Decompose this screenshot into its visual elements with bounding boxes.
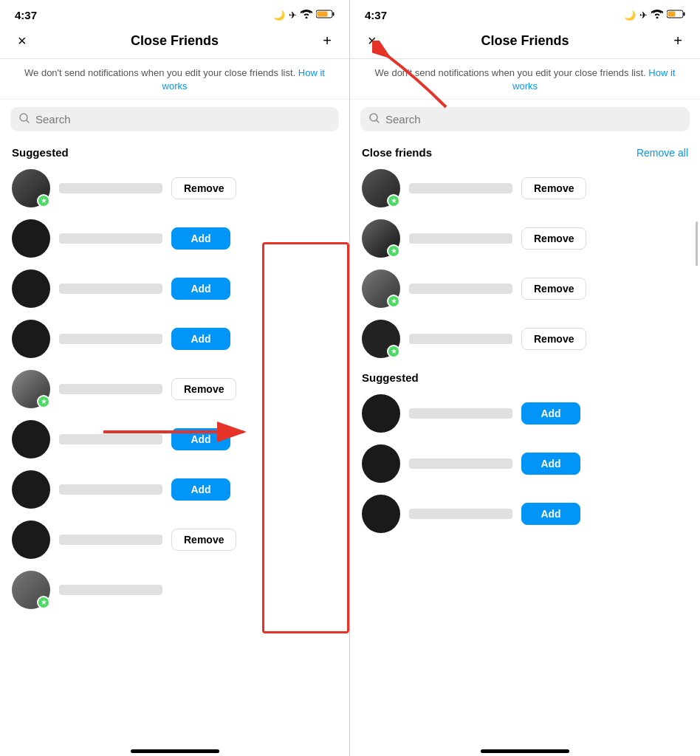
right-home-bar-line [481, 749, 569, 753]
username-placeholder [59, 284, 162, 294]
star-icon: ★ [391, 247, 397, 255]
star-icon: ★ [391, 197, 397, 205]
left-close-button[interactable]: × [15, 30, 30, 51]
avatar [12, 420, 50, 458]
right-notification-text: We don't send notifications when you edi… [375, 67, 646, 78]
close-friends-badge: ★ [387, 194, 400, 207]
username-placeholder [59, 434, 162, 444]
list-item: ★ [0, 565, 349, 615]
left-airplane-icon: ✈ [289, 10, 297, 21]
star-icon: ★ [41, 398, 47, 405]
username-placeholder [59, 183, 162, 193]
list-item: Add [0, 213, 349, 264]
username-placeholder [59, 384, 162, 394]
avatar-wrapper: ★ [12, 370, 50, 408]
left-search-icon [19, 113, 30, 126]
avatar-wrapper [12, 470, 50, 509]
right-add-button[interactable]: + [670, 30, 685, 51]
avatar [362, 495, 400, 533]
username-placeholder [409, 458, 512, 469]
left-notification: We don't send notifications when you edi… [0, 59, 349, 100]
close-friends-badge: ★ [387, 244, 400, 258]
username-placeholder [59, 585, 162, 595]
list-item: Add [0, 264, 349, 314]
list-item: Add [350, 489, 700, 539]
remove-button[interactable]: Remove [171, 177, 236, 199]
right-suggested-title: Suggested [362, 371, 419, 384]
add-button[interactable]: Add [521, 453, 580, 475]
remove-button[interactable]: Remove [521, 278, 586, 300]
right-battery-icon [667, 10, 685, 21]
list-item: ★ Remove [350, 213, 700, 264]
left-notification-text: We don't send notifications when you edi… [24, 67, 295, 78]
avatar-wrapper [362, 495, 400, 533]
right-status-time: 4:37 [365, 9, 387, 21]
avatar-wrapper: ★ [12, 169, 50, 207]
avatar [12, 470, 50, 509]
svg-rect-1 [333, 13, 334, 16]
left-home-bar [0, 743, 349, 756]
left-suggested-header: Suggested [0, 139, 349, 163]
add-button[interactable]: Add [171, 278, 230, 300]
avatar-wrapper: ★ [12, 571, 50, 609]
avatar [12, 320, 50, 358]
username-placeholder [409, 284, 512, 294]
add-button[interactable]: Add [171, 478, 230, 501]
remove-button[interactable]: Remove [521, 177, 586, 199]
username-placeholder [59, 484, 162, 495]
add-button[interactable]: Add [521, 503, 580, 525]
left-home-bar-line [131, 749, 219, 753]
list-item: Add [350, 439, 700, 489]
avatar [12, 219, 50, 258]
left-search-input[interactable] [35, 113, 330, 126]
right-suggested-header: Suggested [350, 364, 700, 388]
add-button[interactable]: Add [171, 227, 230, 250]
right-close-friends-title: Close friends [362, 146, 432, 159]
avatar-wrapper: ★ [362, 269, 400, 308]
close-friends-badge: ★ [37, 194, 50, 207]
list-item: ★ Remove [0, 163, 349, 213]
list-item: ★ Remove [350, 264, 700, 314]
star-icon: ★ [41, 599, 47, 606]
remove-button[interactable]: Remove [171, 378, 236, 400]
avatar-wrapper [362, 444, 400, 483]
avatar-wrapper [12, 269, 50, 308]
list-item: ★ Remove [350, 163, 700, 213]
avatar [12, 520, 50, 559]
add-button[interactable]: Add [171, 428, 230, 450]
list-item: Add [0, 414, 349, 464]
right-search-wrapper[interactable] [360, 107, 690, 131]
right-search-input[interactable] [385, 113, 681, 126]
list-item: Add [0, 464, 349, 515]
star-icon: ★ [391, 348, 397, 355]
add-button[interactable]: Add [171, 328, 230, 350]
left-add-button[interactable]: + [320, 30, 334, 51]
right-status-bar: 4:37 🌙 ✈ [350, 0, 700, 24]
right-header: × Close Friends + [350, 24, 700, 59]
remove-button[interactable]: Remove [521, 328, 586, 350]
username-placeholder [59, 233, 162, 244]
right-airplane-icon: ✈ [639, 10, 648, 21]
username-placeholder [409, 183, 512, 193]
avatar-wrapper [12, 420, 50, 458]
close-friends-badge: ★ [37, 596, 50, 609]
remove-button[interactable]: Remove [521, 227, 586, 250]
list-item: Remove [0, 515, 349, 565]
right-search-icon [369, 113, 380, 126]
left-suggested-title: Suggested [12, 146, 69, 159]
svg-line-11 [377, 120, 379, 123]
star-icon: ★ [41, 197, 47, 205]
avatar [362, 394, 400, 433]
list-item: ★ Remove [0, 364, 349, 414]
left-search-wrapper[interactable] [10, 107, 339, 131]
add-button[interactable]: Add [521, 402, 580, 425]
left-battery-icon [316, 10, 334, 21]
left-items-list: ★ Remove Add Add [0, 163, 349, 615]
right-close-button[interactable]: × [365, 30, 380, 51]
left-header: × Close Friends + [0, 24, 349, 59]
close-friends-badge: ★ [387, 345, 400, 358]
remove-all-button[interactable]: Remove all [636, 147, 688, 159]
username-placeholder [409, 334, 512, 344]
remove-button[interactable]: Remove [171, 529, 236, 551]
right-suggested-list: Add Add Add [350, 388, 700, 539]
